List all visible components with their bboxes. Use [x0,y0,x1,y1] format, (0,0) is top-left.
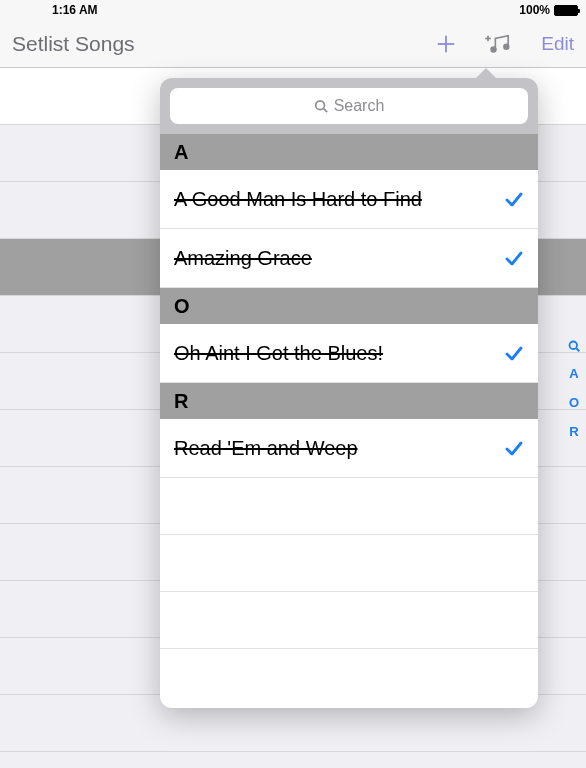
page-title: Setlist Songs [12,32,435,56]
edit-button[interactable]: Edit [541,33,574,55]
list-item[interactable] [160,592,538,649]
section-letter: O [174,295,190,318]
list-item[interactable] [160,535,538,592]
music-plus-icon [485,33,513,55]
song-title: A Good Man Is Hard to Find [174,188,504,211]
check-icon [504,248,524,268]
nav-actions: Edit [435,33,574,55]
section-header-a: A [160,134,538,170]
svg-point-5 [504,44,509,49]
svg-line-9 [576,348,579,351]
search-placeholder: Search [334,97,385,115]
battery-percent: 100% [519,3,550,17]
check-icon [504,189,524,209]
battery-icon [554,5,578,16]
svg-point-8 [570,342,578,350]
plus-icon [435,33,457,55]
status-right: 100% [519,3,578,17]
add-music-button[interactable] [485,33,513,55]
svg-line-7 [323,109,327,113]
song-row[interactable]: Read 'Em and Weep [160,419,538,478]
search-bar-wrap: Search [160,78,538,134]
section-header-r: R [160,383,538,419]
song-row[interactable]: A Good Man Is Hard to Find [160,170,538,229]
list-item[interactable] [160,478,538,535]
search-input[interactable]: Search [170,88,528,124]
song-row[interactable]: Amazing Grace [160,229,538,288]
song-title: Amazing Grace [174,247,504,270]
section-index[interactable]: A O R [568,340,580,439]
section-letter: R [174,390,188,413]
check-icon [504,438,524,458]
index-letter[interactable]: R [569,424,578,439]
nav-bar: Setlist Songs Edit [0,20,586,68]
popover-arrow [474,68,498,80]
search-icon [314,99,328,113]
svg-point-4 [491,47,496,52]
section-header-o: O [160,288,538,324]
index-letter[interactable]: O [569,395,579,410]
status-time: 1:16 AM [52,3,98,17]
section-letter: A [174,141,188,164]
song-picker-popover: Search A A Good Man Is Hard to Find Amaz… [160,78,538,708]
song-title: Read 'Em and Weep [174,437,504,460]
check-icon [504,343,524,363]
index-letter[interactable]: A [569,366,578,381]
status-bar: 1:16 AM 100% [0,0,586,20]
svg-point-6 [315,101,324,110]
add-button[interactable] [435,33,457,55]
list-item[interactable] [160,649,538,706]
search-icon[interactable] [568,340,580,352]
song-row[interactable]: Oh Aint I Got the Blues! [160,324,538,383]
song-title: Oh Aint I Got the Blues! [174,342,504,365]
